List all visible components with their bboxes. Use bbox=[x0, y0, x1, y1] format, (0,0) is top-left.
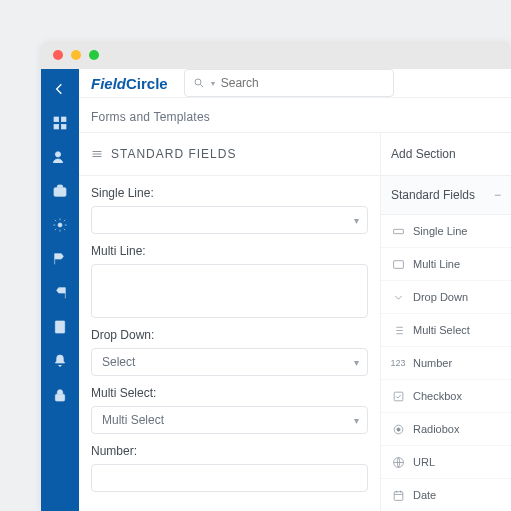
chevron-down-icon bbox=[391, 290, 405, 304]
logo-part-a: Field bbox=[91, 75, 126, 92]
text-icon bbox=[391, 224, 405, 238]
chevron-down-icon: ▾ bbox=[354, 415, 359, 426]
textarea-icon bbox=[391, 257, 405, 271]
fieldtype-label: Multi Select bbox=[413, 324, 470, 336]
select-value: Multi Select bbox=[102, 413, 164, 427]
gear-icon[interactable] bbox=[52, 217, 68, 233]
svg-rect-5 bbox=[54, 188, 66, 197]
fieldtype-label: Single Line bbox=[413, 225, 467, 237]
lock-icon[interactable] bbox=[52, 387, 68, 403]
checkbox-icon bbox=[391, 389, 405, 403]
breadcrumb: Forms and Templates bbox=[79, 98, 511, 132]
field-types-panel: Add Section Standard Fields − Single Lin… bbox=[381, 132, 511, 511]
section-header: STANDARD FIELDS bbox=[79, 133, 380, 176]
field-label: Single Line: bbox=[91, 186, 368, 200]
bell-icon[interactable] bbox=[52, 353, 68, 369]
drop-down-input[interactable]: Select▾ bbox=[91, 348, 368, 376]
list-icon bbox=[391, 323, 405, 337]
field-label: Drop Down: bbox=[91, 328, 368, 342]
sidebar bbox=[41, 69, 79, 511]
svg-rect-3 bbox=[61, 124, 66, 129]
svg-point-14 bbox=[396, 427, 399, 430]
select-value: Select bbox=[102, 355, 135, 369]
fieldtype-number[interactable]: 123Number bbox=[381, 347, 511, 380]
search-input[interactable] bbox=[221, 76, 385, 90]
fieldtype-date[interactable]: Date bbox=[381, 479, 511, 511]
search-input-wrap[interactable]: ▾ bbox=[184, 69, 394, 97]
panel-title: Standard Fields bbox=[391, 188, 475, 202]
fieldtype-label: Checkbox bbox=[413, 390, 462, 402]
users-icon[interactable] bbox=[52, 149, 68, 165]
panel-header[interactable]: Standard Fields − bbox=[381, 176, 511, 215]
search-icon bbox=[193, 77, 205, 89]
field-drop-down: Drop Down: Select▾ bbox=[79, 318, 380, 376]
svg-rect-10 bbox=[393, 229, 403, 233]
radio-icon bbox=[391, 422, 405, 436]
multi-select-input[interactable]: Multi Select▾ bbox=[91, 406, 368, 434]
number-input[interactable] bbox=[91, 464, 368, 492]
fieldtype-label: Date bbox=[413, 489, 436, 501]
number-icon: 123 bbox=[391, 356, 405, 370]
chevron-down-icon: ▾ bbox=[354, 357, 359, 368]
back-icon[interactable] bbox=[52, 81, 68, 97]
section-title-label: STANDARD FIELDS bbox=[111, 147, 236, 161]
field-number: Number: bbox=[79, 434, 380, 492]
field-label: Multi Select: bbox=[91, 386, 368, 400]
drag-handle-icon[interactable] bbox=[91, 148, 103, 160]
single-line-input[interactable]: ▾ bbox=[91, 206, 368, 234]
chevron-down-icon: ▾ bbox=[211, 79, 215, 88]
titlebar bbox=[41, 41, 511, 69]
svg-point-4 bbox=[55, 152, 60, 157]
dashboard-icon[interactable] bbox=[52, 115, 68, 131]
svg-rect-8 bbox=[55, 394, 64, 401]
chevron-down-icon: ▾ bbox=[354, 215, 359, 226]
fieldtype-label: Number bbox=[413, 357, 452, 369]
header: FieldCircle ▾ bbox=[79, 69, 511, 98]
field-label: Number: bbox=[91, 444, 368, 458]
minus-icon[interactable]: − bbox=[494, 188, 501, 202]
close-icon[interactable] bbox=[53, 50, 63, 60]
multi-line-input[interactable] bbox=[91, 264, 368, 318]
fieldtype-multi-line[interactable]: Multi Line bbox=[381, 248, 511, 281]
flag-in-icon[interactable] bbox=[52, 285, 68, 301]
svg-rect-2 bbox=[54, 124, 59, 129]
document-icon[interactable] bbox=[52, 319, 68, 335]
minimize-icon[interactable] bbox=[71, 50, 81, 60]
fieldtype-label: Drop Down bbox=[413, 291, 468, 303]
app-window: FieldCircle ▾ Forms and Templates STANDA… bbox=[41, 41, 511, 511]
fieldtype-label: Multi Line bbox=[413, 258, 460, 270]
fieldtype-drop-down[interactable]: Drop Down bbox=[381, 281, 511, 314]
calendar-icon bbox=[391, 488, 405, 502]
fieldtype-label: URL bbox=[413, 456, 435, 468]
add-section-button[interactable]: Add Section bbox=[381, 133, 511, 176]
svg-rect-11 bbox=[393, 260, 403, 268]
briefcase-icon[interactable] bbox=[52, 183, 68, 199]
flag-out-icon[interactable] bbox=[52, 251, 68, 267]
svg-rect-0 bbox=[54, 117, 59, 122]
fieldtype-multi-select[interactable]: Multi Select bbox=[381, 314, 511, 347]
main-panel: FieldCircle ▾ Forms and Templates STANDA… bbox=[79, 69, 511, 511]
field-multi-select: Multi Select: Multi Select▾ bbox=[79, 376, 380, 434]
svg-point-6 bbox=[58, 223, 62, 227]
logo-part-b: Circle bbox=[126, 75, 168, 92]
fieldtype-radiobox[interactable]: Radiobox bbox=[381, 413, 511, 446]
svg-rect-12 bbox=[394, 392, 403, 401]
svg-rect-16 bbox=[394, 491, 403, 500]
svg-rect-1 bbox=[61, 117, 66, 122]
fieldtype-single-line[interactable]: Single Line bbox=[381, 215, 511, 248]
globe-icon bbox=[391, 455, 405, 469]
fieldtype-label: Radiobox bbox=[413, 423, 459, 435]
field-label: Multi Line: bbox=[91, 244, 368, 258]
form-canvas: STANDARD FIELDS Single Line: ▾ Multi Lin… bbox=[79, 132, 381, 511]
logo: FieldCircle bbox=[91, 75, 168, 92]
svg-point-9 bbox=[195, 79, 201, 85]
field-multi-line: Multi Line: bbox=[79, 234, 380, 318]
field-single-line: Single Line: ▾ bbox=[79, 176, 380, 234]
maximize-icon[interactable] bbox=[89, 50, 99, 60]
fieldtype-checkbox[interactable]: Checkbox bbox=[381, 380, 511, 413]
fieldtype-url[interactable]: URL bbox=[381, 446, 511, 479]
